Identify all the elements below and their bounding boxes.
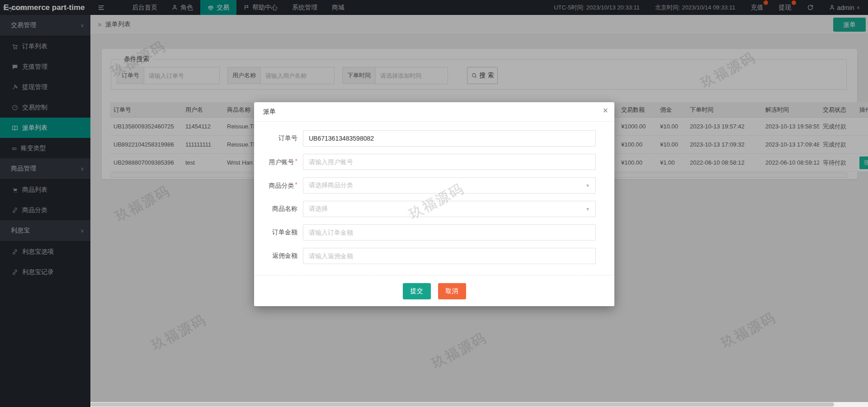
- horizontal-scrollbar-thumb[interactable]: [90, 402, 834, 407]
- modal-field-product-name: 商品名称 请选择 ▼: [254, 201, 614, 217]
- horizontal-scrollbar: [90, 402, 868, 407]
- dropdown-arrow-icon: ▼: [585, 183, 590, 188]
- submit-button[interactable]: 提交: [403, 283, 431, 299]
- modal-rebate-amount-input[interactable]: [303, 248, 596, 264]
- modal-order-no-input[interactable]: [303, 130, 596, 147]
- required-mark: *: [295, 181, 297, 188]
- required-mark: *: [295, 157, 297, 165]
- dropdown-arrow-icon: ▼: [585, 207, 590, 212]
- modal-user-account-input[interactable]: [303, 154, 596, 170]
- modal-field-order-no: 订单号: [254, 130, 614, 147]
- close-icon[interactable]: ×: [603, 106, 608, 115]
- modal-title: 派单: [254, 102, 614, 122]
- modal-product-name-select[interactable]: 请选择 ▼: [303, 201, 596, 217]
- modal-buttons: 提交 取消: [254, 283, 614, 299]
- modal-field-user-account: 用户账号*: [254, 154, 614, 170]
- modal-divider: [254, 275, 614, 275]
- modal-product-category-select[interactable]: 请选择商品分类 ▼: [303, 177, 596, 194]
- dispatch-modal: 派单 × 订单号 用户账号* 商品分类* 请选择商品分类 ▼ 商品名称 请选择 …: [254, 102, 614, 306]
- modal-body: 订单号 用户账号* 商品分类* 请选择商品分类 ▼ 商品名称 请选择 ▼ 订单金…: [254, 122, 614, 264]
- modal-field-product-category: 商品分类* 请选择商品分类 ▼: [254, 177, 614, 194]
- modal-order-amount-input[interactable]: [303, 224, 596, 241]
- modal-field-rebate-amount: 返佣金额: [254, 248, 614, 264]
- cancel-button[interactable]: 取消: [438, 283, 466, 299]
- modal-field-order-amount: 订单金额: [254, 224, 614, 241]
